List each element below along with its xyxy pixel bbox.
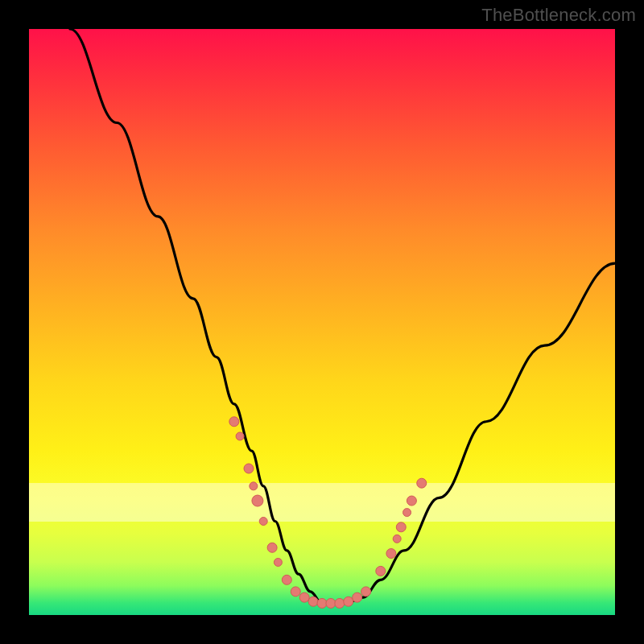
data-marker	[282, 575, 291, 584]
data-marker	[229, 417, 239, 427]
data-marker	[335, 598, 345, 608]
chart-frame: TheBottleneck.com	[0, 0, 644, 644]
data-marker	[252, 495, 263, 506]
data-marker	[396, 522, 406, 532]
marker-group	[229, 417, 427, 609]
data-marker	[259, 518, 267, 526]
data-marker	[376, 566, 386, 576]
data-marker	[386, 549, 396, 559]
plot-area	[29, 29, 615, 615]
data-marker	[299, 592, 309, 602]
data-marker	[308, 597, 318, 606]
data-marker	[236, 432, 244, 440]
data-marker	[407, 496, 416, 506]
data-marker	[326, 598, 336, 608]
data-marker	[353, 592, 362, 602]
data-marker	[417, 478, 427, 488]
data-marker	[393, 535, 401, 543]
data-marker	[361, 587, 371, 597]
attribution-label: TheBottleneck.com	[481, 5, 636, 26]
data-marker	[244, 464, 254, 473]
data-marker	[291, 587, 300, 597]
data-marker	[317, 598, 327, 608]
curve-group	[70, 29, 615, 603]
data-marker	[403, 509, 411, 517]
data-marker	[250, 482, 258, 490]
data-marker	[267, 543, 277, 552]
curve-svg	[29, 29, 615, 615]
data-marker	[274, 558, 282, 566]
bottleneck-curve	[70, 29, 615, 603]
data-marker	[344, 597, 353, 606]
